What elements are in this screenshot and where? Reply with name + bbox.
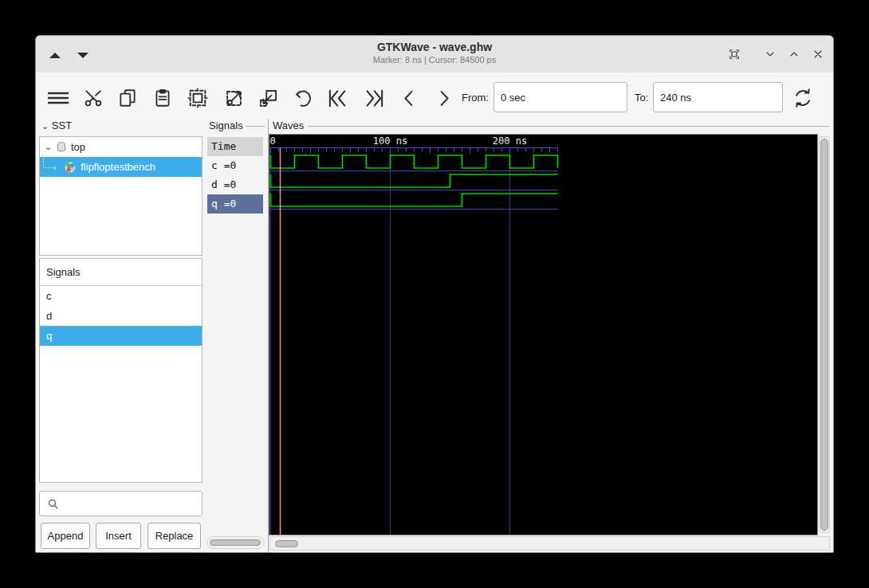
paste-icon[interactable]	[150, 85, 175, 111]
prev-icon[interactable]	[396, 85, 422, 111]
svg-text:200 ns: 200 ns	[493, 135, 527, 147]
undo-icon[interactable]	[290, 85, 316, 111]
append-button[interactable]: Append	[41, 523, 90, 549]
testbench-icon	[64, 161, 77, 174]
wave-name-q[interactable]: q =0	[207, 194, 263, 214]
to-input[interactable]	[653, 82, 783, 112]
insert-button[interactable]: Insert	[96, 523, 141, 549]
wave-name-c[interactable]: c =0	[207, 156, 263, 175]
chevron-down-icon: ⌄	[41, 121, 49, 131]
zoom-fit-icon[interactable]	[185, 85, 210, 111]
toolbar: From: To:	[36, 73, 833, 122]
cut-icon[interactable]	[81, 85, 106, 111]
signals-frame-line	[246, 126, 265, 127]
skip-start-icon[interactable]	[325, 85, 351, 111]
signal-item-d[interactable]: d	[40, 306, 202, 326]
wave-canvas[interactable]: 0100 ns200 ns	[269, 135, 817, 535]
replace-button[interactable]: Replace	[147, 523, 201, 549]
chevron-right-icon: ›	[53, 163, 64, 172]
reload-icon[interactable]	[790, 85, 816, 111]
from-input[interactable]	[493, 82, 627, 112]
signals-list-header: Signals	[40, 259, 202, 286]
title-bar[interactable]: GTKWave - wave.ghw Marker: 8 ns | Cursor…	[36, 36, 833, 73]
signal-search-box[interactable]	[39, 491, 203, 516]
gtkwave-window: GTKWave - wave.ghw Marker: 8 ns | Cursor…	[35, 35, 834, 553]
zoom-out-icon[interactable]	[255, 85, 281, 111]
from-label: From:	[462, 92, 489, 104]
signal-item-q[interactable]: q	[40, 326, 202, 346]
signals-panel-label: Signals	[209, 120, 243, 131]
sst-tree: ⌄ top › flipfloptestbench	[39, 136, 203, 256]
waves-vscrollbar-thumb[interactable]	[820, 139, 828, 531]
close-icon[interactable]	[810, 46, 826, 62]
skip-end-icon[interactable]	[360, 85, 386, 111]
search-icon	[47, 498, 60, 511]
marker-cursor-status: Marker: 8 ns | Cursor: 84500 ps	[36, 54, 833, 66]
signals-hscrollbar-thumb[interactable]	[210, 539, 261, 546]
svg-text:0: 0	[270, 135, 276, 147]
waves-panel-label: Waves	[273, 120, 304, 131]
tree-guide	[43, 158, 53, 168]
wave-area[interactable]: 0100 ns200 ns	[269, 134, 818, 535]
signals-hscrollbar-track[interactable]	[206, 536, 265, 549]
tree-item-top[interactable]: ⌄ top	[40, 137, 202, 157]
module-icon	[56, 141, 67, 153]
menu-icon[interactable]	[45, 85, 71, 111]
wave-name-d[interactable]: d =0	[207, 175, 263, 194]
signal-item-c[interactable]: c	[40, 286, 202, 306]
zoom-in-icon[interactable]	[221, 85, 246, 111]
search-input[interactable]	[64, 493, 201, 515]
minimize-icon[interactable]	[762, 46, 778, 62]
frame-icon[interactable]	[726, 46, 742, 62]
sst-signals-list: Signals c d q	[39, 258, 203, 483]
svg-text:100 ns: 100 ns	[373, 135, 407, 147]
chevron-down-icon: ⌄	[45, 142, 56, 152]
tree-item-flipfloptestbench[interactable]: › flipfloptestbench	[40, 157, 202, 177]
tree-item-label: flipfloptestbench	[81, 161, 155, 173]
sst-section-label[interactable]: ⌄ SST	[41, 120, 72, 131]
window-title: GTKWave - wave.ghw	[36, 40, 833, 54]
maximize-icon[interactable]	[786, 46, 802, 62]
time-header-cell[interactable]: Time	[207, 137, 263, 156]
tree-item-label: top	[71, 141, 85, 153]
waves-frame-line	[308, 126, 830, 127]
waves-hscrollbar-thumb[interactable]	[275, 540, 298, 547]
copy-icon[interactable]	[115, 85, 140, 111]
to-label: To:	[635, 92, 648, 104]
waves-vscrollbar-track[interactable]	[819, 136, 830, 533]
next-icon[interactable]	[431, 85, 456, 111]
waves-hscrollbar-track[interactable]	[269, 536, 830, 551]
